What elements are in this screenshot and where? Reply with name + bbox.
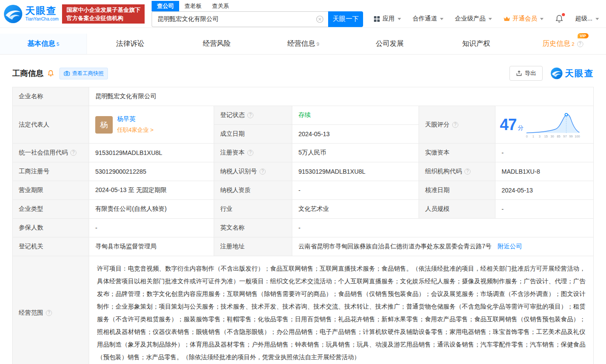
reg-address-value: 云南省昆明市寻甸回族彝族自治县仁德街道办事处东发居委会青云路7号 附近公司 [292, 237, 594, 256]
reg-authority-label: 登记机关 [13, 237, 89, 256]
snapshot-button[interactable]: 查看工商快照 [59, 68, 108, 79]
business-term-value: 2024-05-13 至 无固定期限 [89, 181, 214, 200]
help-icon[interactable] [260, 168, 266, 175]
export-button-label: 导出 [525, 69, 536, 77]
legal-rep-name-link[interactable]: 杨早英 [117, 115, 153, 123]
vip-badge: VIP [578, 33, 589, 38]
nav-account[interactable]: 超级... [575, 15, 599, 23]
company-type-label: 企业类型 [13, 200, 89, 219]
tab-company-development[interactable]: 公司发展 [346, 34, 433, 54]
nav-cooperation[interactable]: 合作通道 [412, 15, 443, 23]
section-tools: 导出 天眼查 [509, 66, 594, 81]
svg-text:97: 97 [563, 134, 567, 138]
search-area: 查公司 查老板 查关系 天眼一下 [152, 1, 363, 27]
table-row: 企业类型 有限责任公司(自然人独资) 行业 文化艺术业 人员规模 - [13, 200, 594, 219]
help-icon[interactable] [247, 112, 253, 118]
legal-rep-positions-link[interactable]: 任职4家企业 > [117, 126, 153, 134]
tab-history-info[interactable]: 历史信息 2 VIP [519, 34, 606, 54]
header-nav: 应用 合作通道 企业级产品 开通会员 超级... [374, 14, 599, 23]
tianyancha-logo[interactable]: 天眼查 TianYanCha.com [3, 4, 59, 24]
nav-enterprise[interactable]: 企业级产品 [455, 15, 492, 23]
svg-text:85: 85 [557, 134, 561, 138]
field-label-text: 统一社会信用代码 [19, 149, 68, 157]
grid-icon [374, 16, 380, 22]
nav-vip[interactable]: 开通会员 [503, 15, 544, 23]
english-name-label: 英文名称 [214, 219, 292, 237]
table-row: 企业名称 昆明甄宏文化有限公司 [13, 87, 594, 106]
app-header: 天眼查 TianYanCha.com 国家中小企业发展子基金旗下 官方备案企业征… [0, 0, 606, 28]
nav-apps[interactable]: 应用 [374, 15, 401, 23]
tab-operating-info[interactable]: 经营信息 9 [260, 34, 346, 54]
nav-enterprise-label: 企业级产品 [455, 15, 485, 23]
score-value: 47 [500, 116, 516, 134]
clear-search-icon[interactable] [316, 15, 324, 23]
establish-date-label: 成立日期 [214, 125, 292, 144]
help-icon[interactable] [464, 168, 471, 175]
search-tab-relation[interactable]: 查关系 [207, 1, 234, 11]
tab-basic-info[interactable]: 基本信息 5 [0, 34, 87, 54]
staff-size-value: - [495, 200, 594, 219]
crown-icon [503, 16, 510, 22]
brand-title: 天眼查 [565, 68, 594, 79]
nearby-companies-link[interactable]: 附近公司 [498, 243, 522, 250]
score-label: 天眼评分 [419, 106, 495, 144]
table-row: 工商注册号 530129000212285 纳税人识别号 91530129MAD… [13, 162, 594, 181]
status-badge: 存续 [298, 111, 311, 118]
help-icon[interactable] [247, 150, 253, 156]
help-icon[interactable] [452, 122, 458, 128]
score-unit: 分 [518, 124, 523, 132]
search-tab-boss[interactable]: 查老板 [179, 1, 207, 11]
help-icon[interactable] [577, 41, 583, 47]
taxpayer-quality-label: 纳税人资质 [214, 181, 292, 200]
paid-capital-label: 实缴资本 [419, 144, 495, 162]
logo-subtitle: TianYanCha.com [25, 17, 59, 21]
table-row: 登记机关 寻甸县市场监督管理局 注册地址 云南省昆明市寻甸回族彝族自治县仁德街道… [13, 237, 594, 256]
org-code-label: 组织机构代码 [419, 162, 495, 181]
tab-label: 公司发展 [376, 39, 404, 48]
tab-label: 法律诉讼 [116, 39, 144, 48]
subscribe-bell-icon[interactable] [47, 70, 54, 77]
search-input[interactable] [152, 11, 328, 27]
score-chart: 0 1 3 15 30 85 97 99 100 [525, 110, 581, 139]
table-row: 法定代表人 杨 杨早英 任职4家企业 > 登记状态 存续 天眼评分 47 分 [13, 106, 594, 125]
chevron-down-icon [540, 18, 544, 20]
tab-count: 9 [316, 41, 319, 47]
search-button[interactable]: 天眼一下 [328, 11, 363, 27]
insured-count-label: 参保人数 [13, 219, 89, 237]
reg-capital-value: 5万人民币 [292, 144, 419, 162]
search-tab-company[interactable]: 查公司 [152, 1, 179, 11]
nav-vip-label: 开通会员 [513, 15, 537, 23]
help-icon[interactable] [46, 310, 52, 316]
field-label-text: 纳税人识别号 [220, 168, 257, 175]
section-head: 工商信息 查看工商快照 导出 天眼查 [12, 66, 594, 81]
search-row: 天眼一下 [152, 11, 363, 27]
business-term-label: 营业期限 [13, 181, 89, 200]
nav-cooperation-label: 合作通道 [412, 15, 437, 23]
export-button[interactable]: 导出 [509, 66, 543, 81]
tab-legal-proceedings[interactable]: 法律诉讼 [87, 34, 173, 54]
tab-label: 知识产权 [462, 39, 490, 48]
table-row: 参保人数 - 英文名称 - [13, 219, 594, 237]
notification-bell[interactable] [555, 14, 564, 23]
tab-intellectual-property[interactable]: 知识产权 [433, 34, 519, 54]
business-info-table: 企业名称 昆明甄宏文化有限公司 法定代表人 杨 杨早英 任职4家企业 > 登记状… [12, 87, 594, 364]
reg-status-label: 登记状态 [214, 106, 292, 125]
chevron-down-icon [440, 18, 443, 20]
tab-business-risk[interactable]: 经营风险 [173, 34, 260, 54]
company-tabbar: 基本信息 5 法律诉讼 经营风险 经营信息 9 公司发展 知识产权 历史信息 2… [0, 34, 606, 55]
tab-count: 2 [571, 41, 574, 47]
industry-label: 行业 [214, 200, 292, 219]
business-scope-value: 许可项目：电竞音视频、数字衍生内容制作（不含出版发行）；食品互联网销售；互联网直… [89, 256, 594, 364]
credit-code-value: 91530129MADLB1XU8L [89, 144, 214, 162]
field-label-text: 天眼评分 [425, 121, 450, 129]
taxpayer-quality-value: - [292, 181, 419, 200]
help-icon[interactable] [70, 150, 76, 156]
table-row: 经营范围 许可项目：电竞音视频、数字衍生内容制作（不含出版发行）；食品互联网销售… [13, 256, 594, 364]
legal-rep-avatar[interactable]: 杨 [95, 116, 113, 134]
logo-text: 天眼查 TianYanCha.com [25, 6, 59, 21]
reg-capital-label: 注册资本 [214, 144, 292, 162]
svg-text:99: 99 [569, 134, 573, 138]
taxpayer-id-label: 纳税人识别号 [214, 162, 292, 181]
legal-rep-label: 法定代表人 [13, 106, 89, 144]
tab-label: 基本信息 [27, 39, 55, 48]
